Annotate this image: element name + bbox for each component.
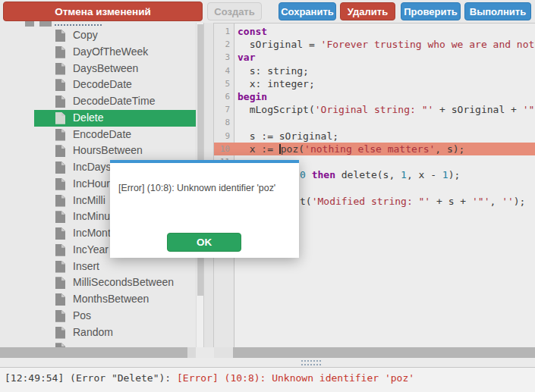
code-line-4[interactable]: 4 s: string;: [214, 64, 535, 77]
line-number: 6: [214, 90, 230, 103]
editor-horizontal-scrollbar[interactable]: [214, 347, 535, 358]
code-line-text: const: [238, 25, 535, 38]
document-icon: [55, 327, 65, 339]
create-button[interactable]: Создать: [207, 2, 262, 20]
tree-item-delete[interactable]: Delete: [34, 110, 196, 127]
log-panel-splitter[interactable]: [0, 358, 535, 368]
line-number: 10: [214, 143, 230, 155]
tree-item-label: DayOfTheWeek: [73, 45, 148, 58]
code-line-3[interactable]: 3var: [214, 51, 535, 64]
error-dialog-message: [Error] (10:8): Unknown identifier 'poz': [118, 183, 293, 193]
code-line-text: sOriginal = 'Forever trusting who we are…: [238, 38, 535, 51]
check-button[interactable]: Проверить: [401, 2, 461, 20]
code-line-7[interactable]: 7 mLogScript('Original string: "' + sOri…: [214, 103, 535, 116]
tree-expander-icon[interactable]: [25, 21, 34, 27]
code-line-text: s := sOriginal;: [238, 130, 535, 143]
line-number: 7: [214, 103, 230, 116]
code-line-text: mLogScript('Original string: "' + sOrigi…: [238, 103, 535, 116]
document-icon: [55, 261, 65, 273]
document-icon: [55, 277, 65, 289]
line-number: 8: [214, 116, 230, 129]
ok-button[interactable]: OK: [167, 233, 241, 252]
log-timestamp-prefix: [12:49:54] (Error "Delete"):: [5, 372, 177, 384]
tree-item-dayoftheweek[interactable]: DayOfTheWeek: [34, 44, 196, 61]
tree-item-random[interactable]: Random: [34, 325, 196, 341]
document-icon: [55, 244, 65, 256]
undo-changes-button[interactable]: Отмена изменений: [3, 2, 203, 21]
code-line-1[interactable]: 1const: [214, 25, 535, 38]
tree-item-pos[interactable]: Pos: [34, 308, 196, 325]
code-line-2[interactable]: 2 sOriginal = 'Forever trusting who we a…: [214, 38, 535, 51]
tree-item-label: Random: [73, 326, 113, 338]
document-icon: [55, 79, 65, 91]
document-icon: [55, 293, 65, 306]
document-icon: [55, 227, 65, 240]
tree-item-label: Insert: [73, 260, 99, 272]
tree-item-label: IncYear: [73, 243, 109, 256]
code-line-9[interactable]: 9 s := sOriginal;: [214, 130, 535, 143]
code-line-text: begin: [238, 90, 535, 103]
code-line-6[interactable]: 6begin: [214, 90, 535, 103]
tree-item-label: Copy: [73, 29, 98, 41]
document-icon: [55, 30, 65, 42]
line-number: 3: [214, 51, 230, 64]
code-line-text: var: [238, 51, 535, 64]
tree-item-label: IncMilli: [73, 194, 105, 206]
code-line-8[interactable]: 8: [214, 116, 535, 129]
line-number: 1: [214, 25, 230, 38]
tree-item-label: EncodeDate: [73, 128, 131, 140]
document-icon: [55, 46, 65, 58]
log-message: [12:49:54] (Error "Delete"): [Error] (10…: [5, 372, 414, 384]
code-line-5[interactable]: 5 x: integer;: [214, 77, 535, 90]
document-icon: [55, 112, 65, 124]
document-icon: [55, 211, 65, 223]
tree-item-millisecondsbetween[interactable]: MilliSecondsBetween: [34, 274, 196, 291]
document-icon: [55, 96, 65, 108]
document-icon: [55, 63, 65, 75]
tree-item-label: Delete: [73, 111, 103, 124]
tree-item-decodedate[interactable]: DecodeDate: [34, 77, 196, 93]
error-dialog: [Error] (10:8): Unknown identifier 'poz'…: [110, 160, 299, 258]
document-icon: [55, 178, 65, 190]
line-number: 4: [214, 64, 230, 77]
splitter-grip-icon[interactable]: [301, 360, 321, 365]
tree-parent-label-clipped: [55, 24, 102, 26]
document-icon: [55, 145, 65, 157]
tree-item-label: Pos: [73, 309, 91, 321]
tree-item-label: DecodeDate: [73, 78, 132, 90]
code-line-text: s: string;: [238, 64, 535, 77]
document-icon: [55, 310, 65, 322]
editor-horizontal-scrollbar-thumb[interactable]: [233, 347, 535, 358]
log-error-text: [Error] (10:8): Unknown identifier 'poz': [177, 372, 414, 384]
code-line-text: x: integer;: [238, 77, 535, 90]
tree-item-insert[interactable]: Insert: [34, 259, 196, 275]
tree-horizontal-scrollbar[interactable]: [0, 347, 196, 358]
tree-item-label: MilliSecondsBetween: [73, 276, 174, 288]
tree-item-decodedatetime[interactable]: DecodeDateTime: [34, 93, 196, 110]
document-icon: [55, 129, 65, 141]
tree-item-daysbetween[interactable]: DaysBetween: [34, 61, 196, 77]
tree-item-label: DecodeDateTime: [73, 95, 155, 107]
log-panel: [12:49:54] (Error "Delete"): [Error] (10…: [0, 368, 535, 392]
tree-item-label: DaysBetween: [73, 62, 138, 74]
tree-item-copy[interactable]: Copy: [34, 27, 196, 44]
tree-item-label: IncMinu: [73, 210, 110, 222]
document-icon: [55, 162, 65, 174]
run-button[interactable]: Выполнить: [464, 2, 531, 20]
tree-item-label: IncDays: [73, 161, 112, 173]
line-number: 9: [214, 130, 230, 143]
save-button[interactable]: Сохранить: [279, 2, 336, 20]
code-line-10[interactable]: 10 x := poz('nothing else matters', s);: [214, 143, 535, 155]
tree-horizontal-scrollbar-thumb[interactable]: [0, 347, 187, 358]
document-icon: [55, 195, 65, 207]
tree-item-hoursbetween[interactable]: HoursBetween: [34, 143, 196, 159]
code-line-text: x := poz('nothing else matters', s);: [238, 143, 535, 155]
tree-item-partial[interactable]: [34, 340, 196, 347]
folder-icon: [39, 21, 52, 27]
tree-item-monthsbetween[interactable]: MonthsBetween: [34, 291, 196, 308]
tree-item-label: IncHour: [73, 177, 110, 190]
tree-item-label: IncMont: [73, 227, 111, 239]
delete-button[interactable]: Удалить: [340, 2, 395, 20]
line-number: 5: [214, 77, 230, 90]
tree-item-encodedate[interactable]: EncodeDate: [34, 127, 196, 143]
